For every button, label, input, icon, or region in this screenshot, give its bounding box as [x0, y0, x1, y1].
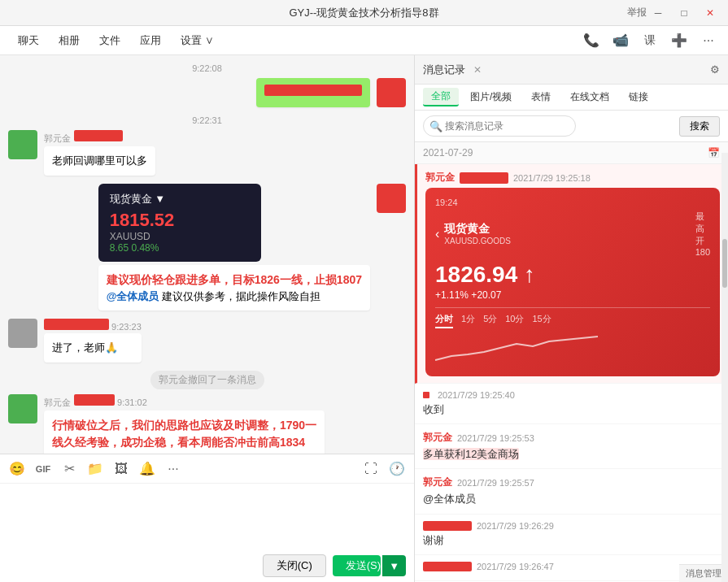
- chart-tab-5m[interactable]: 5分: [483, 313, 497, 328]
- msg-time: 9:22:31: [8, 115, 406, 125]
- bell-icon[interactable]: 🔔: [137, 458, 158, 480]
- more-icon[interactable]: ···: [697, 29, 720, 52]
- msg-content: [8, 78, 406, 107]
- msg-management[interactable]: 消息管理: [679, 564, 728, 582]
- menu-app[interactable]: 应用: [130, 30, 171, 51]
- avatar: [8, 319, 37, 348]
- hist-msg-header: 2021/7/29 19:25:40: [423, 390, 720, 400]
- filter-icon[interactable]: ⚙: [710, 63, 720, 76]
- maximize-button[interactable]: □: [673, 4, 695, 22]
- search-button[interactable]: 搜索: [679, 116, 720, 137]
- folder-icon[interactable]: 📁: [85, 458, 106, 480]
- avatar: [8, 130, 37, 159]
- msg-content: 郭元金 老师回调哪里可以多: [8, 130, 406, 176]
- hist-msg-header: 郭元金 2021/7/29 19:25:18: [425, 171, 720, 185]
- disclaimer-text: 建议仅供参考，据此操作风险自担: [162, 290, 320, 302]
- hist-msg-atall: 郭元金 2021/7/29 19:25:57 @全体成员: [415, 469, 728, 514]
- phone-icon[interactable]: 📞: [580, 29, 603, 52]
- blue-text: @全体成员: [107, 290, 159, 302]
- scrollbar-track[interactable]: [721, 153, 728, 582]
- gold-change: 8.65 0.48%: [110, 242, 250, 254]
- scissors-icon[interactable]: ✂: [59, 458, 80, 480]
- hist-time: 2021/7/29 19:25:40: [438, 390, 515, 400]
- input-right-icons: ⛶ 🕐: [360, 458, 408, 480]
- hist-msg-profit: 郭元金 2021/7/29 19:25:53 多单获利12美金商场: [415, 424, 728, 469]
- hist-sender: 郭元金: [425, 171, 455, 185]
- send-dropdown-button[interactable]: ▼: [382, 555, 406, 576]
- chat-input-area: 😊 GIF ✂ 📁 🖼 🔔 ··· ⛶ 🕐 关闭(C) 发送(S) ▼: [0, 454, 414, 582]
- chat-input[interactable]: [0, 484, 414, 549]
- titlebar: GYJ--现货黄金技术分析指导8群 举报 ─ □ ✕: [0, 0, 728, 26]
- msg-bubble: [256, 78, 370, 107]
- hist-text: 多单获利12美金商场: [423, 447, 720, 462]
- msg-wrapper: 郭元金 9:31:02 行情破位之后，我们的思路也应该及时调整，1790一线久经…: [44, 394, 325, 454]
- history-icon[interactable]: 🕐: [386, 458, 408, 480]
- chat-panel: 9:22:08 9:22:31 郭元金 老师回调哪里可以多: [0, 55, 415, 582]
- chart-tab-fenshi[interactable]: 分时: [435, 313, 453, 328]
- send-button[interactable]: 发送(S): [333, 555, 381, 576]
- history-close-icon[interactable]: ✕: [473, 64, 482, 76]
- chart-tab-1m[interactable]: 1分: [461, 313, 475, 328]
- sender-name: 9:23:23: [44, 319, 142, 332]
- back-icon[interactable]: ‹: [435, 227, 439, 241]
- filter-tab-links[interactable]: 链接: [621, 89, 656, 106]
- msg-bubble: 老师回调哪里可以多: [44, 146, 155, 176]
- search-input[interactable]: [423, 115, 576, 137]
- msg-content-right: 现货黄金 ▼ 1815.52 XAUUSD 8.65 0.48% 建议现价轻仓跟…: [8, 184, 406, 311]
- screen-icon[interactable]: 课: [639, 29, 661, 52]
- filter-tab-emoji[interactable]: 表情: [523, 89, 559, 106]
- gold-chart-card[interactable]: 19:24 ‹ 现货黄金 XAUUSD.GOODS 最高开180 1826.94…: [425, 188, 720, 376]
- add-icon[interactable]: ➕: [668, 29, 691, 52]
- msg-content: 9:23:23 进了，老师🙏: [8, 319, 406, 363]
- history-tab-label[interactable]: 消息记录: [423, 63, 465, 77]
- menu-album[interactable]: 相册: [49, 30, 89, 51]
- message-row: 9:22:31 郭元金 老师回调哪里可以多: [8, 115, 406, 176]
- sender-name: 郭元金: [44, 130, 155, 145]
- video-icon[interactable]: 📹: [609, 29, 632, 52]
- image-icon[interactable]: 🖼: [111, 458, 132, 480]
- menubar: 聊天 相册 文件 应用 设置 ∨ 📞 📹 课 ➕ ···: [0, 26, 728, 55]
- gold-price-widget[interactable]: 现货黄金 ▼ 1815.52 XAUUSD 8.65 0.48%: [98, 184, 261, 262]
- hist-text: @全体成员: [423, 492, 720, 506]
- menu-settings[interactable]: 设置 ∨: [171, 30, 224, 51]
- filter-tab-docs[interactable]: 在线文档: [562, 89, 617, 106]
- redacted-name: [74, 394, 115, 406]
- window-title: GYJ--现货黄金技术分析指导8群: [289, 6, 438, 20]
- hist-time: 2021/7/29 19:26:29: [477, 521, 554, 531]
- hist-sender: 郭元金: [423, 431, 452, 445]
- menu-chat[interactable]: 聊天: [8, 30, 49, 51]
- gold-chart-changes: +1.11% +20.07: [435, 289, 710, 301]
- chart-tab-15m[interactable]: 15分: [533, 313, 551, 328]
- price-chart-svg: [435, 332, 598, 364]
- hist-msg-header: 2021/7/29 19:26:29: [423, 521, 720, 531]
- gold-widget-header: 现货黄金 ▼: [110, 192, 250, 206]
- gold-name: 现货黄金 ▼: [110, 192, 165, 206]
- menu-file[interactable]: 文件: [89, 30, 130, 51]
- main-layout: 9:22:08 9:22:31 郭元金 老师回调哪里可以多: [0, 55, 728, 582]
- highlighted-text: 多单获利12美金商场: [423, 448, 519, 460]
- avatar: [377, 78, 406, 107]
- more-tools-icon[interactable]: ···: [163, 458, 184, 480]
- gold-chart-time: 19:24: [435, 198, 710, 207]
- filter-tab-media[interactable]: 图片/视频: [462, 89, 520, 106]
- window-controls: ─ □ ✕: [647, 4, 721, 22]
- redacted-name: [74, 130, 123, 141]
- chat-actions: 关闭(C) 发送(S) ▼: [0, 551, 414, 582]
- calendar-icon[interactable]: 📅: [708, 147, 720, 159]
- minimize-button[interactable]: ─: [647, 4, 669, 22]
- date-header: 2021-07-29 📅: [415, 142, 728, 164]
- emoji-icon[interactable]: 😊: [7, 458, 28, 480]
- gold-chart-title-group: 现货黄金 XAUUSD.GOODS: [444, 222, 511, 245]
- hist-text: 谢谢: [423, 533, 720, 548]
- report-link[interactable]: 举报: [627, 6, 647, 20]
- close-button[interactable]: ✕: [699, 4, 721, 22]
- scrollbar-thumb[interactable]: [722, 239, 727, 288]
- hist-time: 2021/7/29 19:26:47: [477, 562, 554, 571]
- expand-icon[interactable]: ⛶: [360, 458, 381, 480]
- filter-tab-all[interactable]: 全部: [423, 88, 459, 106]
- chart-tab-10m[interactable]: 10分: [505, 313, 524, 328]
- close-button[interactable]: 关闭(C): [263, 554, 326, 577]
- gif-icon[interactable]: GIF: [33, 458, 54, 480]
- gold-chart-subtitle: XAUUSD.GOODS: [444, 237, 511, 245]
- hist-msg-gold: 郭元金 2021/7/29 19:25:18 19:24 ‹ 现货黄金 XAUU…: [415, 164, 728, 384]
